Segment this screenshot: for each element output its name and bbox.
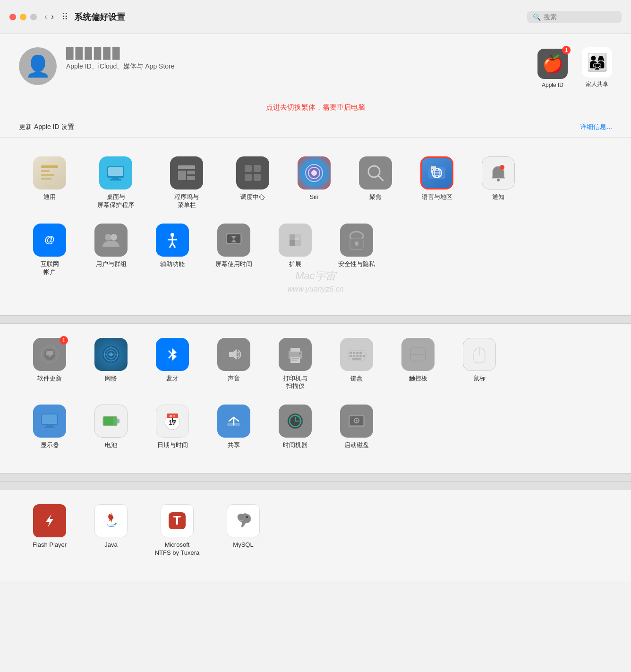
timemachine-icon [279,405,312,438]
pref-ntfs[interactable]: T MicrosoftNTFS by Tuxera [142,500,213,562]
mission-icon [170,156,203,190]
spotlight-label: 聚焦 [369,193,382,201]
pref-lang[interactable]: 语言与地区 [406,152,468,206]
pref-printer[interactable]: 打印机与扫描仪 [264,333,326,396]
pref-general[interactable]: 通用 [19,152,80,206]
icons-row-3: 1 软件更新 网络 [19,333,612,396]
printer-svg [285,344,306,365]
pref-security[interactable]: 安全性与隐私 [326,219,387,273]
svg-rect-76 [353,355,355,357]
pref-notify[interactable]: 通知 [468,152,529,206]
family-sharing-button[interactable]: 👨‍👩‍👧 家人共享 [582,47,612,88]
pref-trackpad[interactable]: 触控板 [387,333,449,388]
pref-display[interactable]: 显示器 [19,400,80,454]
internet-icon: @ [33,224,66,257]
icons-row-4: 显示器 电池 JUL [19,400,612,454]
spotlight-svg [365,163,386,183]
svg-point-31 [497,179,500,181]
titlebar: ‹ › ⠿ 系统偏好设置 🔍 [0,0,631,34]
pref-sound[interactable]: 声音 [203,333,264,388]
dt-svg: JUL 17 [162,411,183,431]
pref-timemachine[interactable]: 时间机器 [264,400,326,454]
pref-startup[interactable]: 启动磁盘 [326,400,387,454]
details-link[interactable]: 详细信息... [580,123,612,131]
pref-software-update[interactable]: 1 软件更新 [19,333,80,388]
desktop-icon [99,156,132,190]
pref-siri[interactable]: Siri [283,152,345,206]
software-update-icon: 1 [33,338,66,371]
svg-rect-77 [356,355,358,357]
search-input[interactable] [544,13,614,21]
svg-point-38 [171,233,174,237]
svg-rect-63 [229,352,233,357]
sw-update-badge: 1 [60,336,68,345]
app-title: 系统偏好设置 [74,11,527,23]
pref-keyboard[interactable]: 键盘 [326,333,387,388]
svg-point-19 [311,170,317,176]
pref-desktop[interactable]: 桌面与屏幕保护程序 [80,152,151,214]
svg-rect-90 [104,417,113,425]
svg-point-107 [356,420,358,422]
startup-svg [346,411,367,431]
pref-access[interactable]: 辅助功能 [142,219,203,273]
profile-info: ██████ Apple ID、iCloud、媒体与 App Store [66,47,537,71]
close-button[interactable] [9,14,16,20]
pref-users[interactable]: 用户与群组 [80,219,142,273]
tm-svg [285,411,306,431]
ntfs-icon: T [161,504,194,537]
mission-svg [176,163,197,183]
pref-bluetooth[interactable]: 蓝牙 [142,333,203,388]
internet-label: 互联网帐户 [41,260,59,276]
pref-screentime[interactable]: 屏幕使用时间 [203,219,264,273]
bluetooth-icon [156,338,189,371]
timemachine-label: 时间机器 [283,441,307,449]
svg-rect-29 [431,166,432,173]
section-separator-2 [0,473,631,482]
printer-icon [279,338,312,371]
startup-label: 启动磁盘 [344,441,369,449]
svg-point-36 [111,234,117,241]
search-box[interactable]: 🔍 [527,11,622,23]
siri-icon [298,156,331,190]
svg-point-69 [299,353,301,354]
pref-battery[interactable]: 电池 [80,400,142,454]
pref-spaces[interactable]: 调度中心 [222,152,283,206]
svg-text:JUL: JUL [169,414,176,418]
battery-icon [94,405,128,438]
desktop-svg [105,163,126,183]
sharing-label: 共享 [228,441,240,449]
pref-mysql[interactable]: MySQL [213,500,274,554]
pref-internet[interactable]: @ 互联网帐户 [19,219,80,281]
profile-name: ██████ [66,47,537,60]
pref-datetime[interactable]: JUL 17 日期与时间 [142,400,203,454]
icons-row-1: 通用 桌面与屏幕保护程序 [19,152,612,214]
users-svg [101,230,121,250]
pref-mouse[interactable]: 鼠标 [449,333,510,388]
display-svg [39,411,60,431]
ntfs-label: MicrosoftNTFS by Tuxera [155,541,200,557]
notify-svg [488,163,509,183]
minimize-button[interactable] [20,14,26,20]
pref-sharing[interactable]: 共享 [203,400,264,454]
pref-extensions[interactable]: 扩展 [264,219,326,273]
svg-line-21 [378,175,383,181]
pref-spotlight[interactable]: 聚焦 [345,152,406,206]
apple-id-button[interactable]: 🍎 1 Apple ID [537,49,568,88]
apple-logo-icon: 🍎 [542,54,563,74]
svg-point-112 [246,516,248,518]
section-separator-1 [0,315,631,324]
back-button[interactable]: ‹ [44,12,47,22]
pref-network[interactable]: 网络 [80,333,142,388]
pref-mission[interactable]: 程序坞与菜单栏 [151,152,222,214]
svg-text:@: @ [44,233,54,245]
network-label: 网络 [105,375,117,383]
svg-rect-68 [291,360,297,361]
avatar[interactable]: 👤 [19,47,57,85]
forward-button[interactable]: › [51,12,54,22]
sound-label: 声音 [228,375,240,383]
pref-flash[interactable]: Flash Player [19,500,80,554]
fullscreen-button[interactable] [30,14,37,20]
sw-update-svg [39,344,60,365]
pref-java[interactable]: Java [80,500,142,554]
svg-rect-79 [363,355,365,357]
